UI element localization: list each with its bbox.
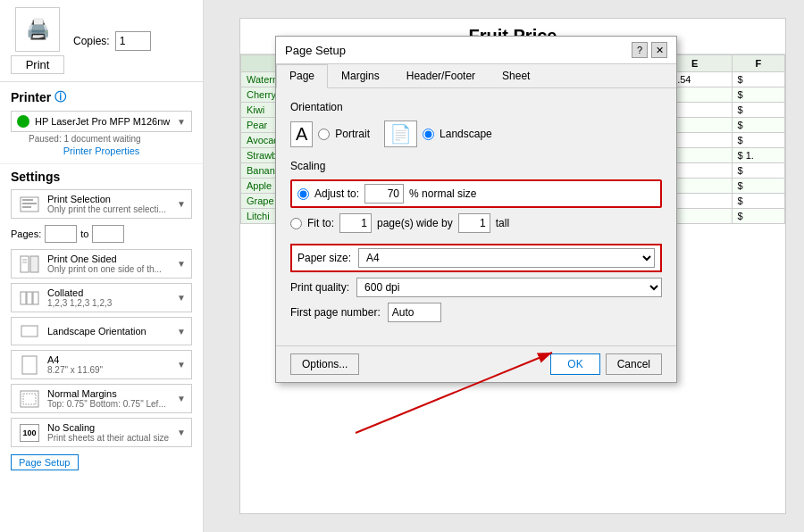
setting-print-selection-text: Print Selection Only print the current s… — [47, 194, 172, 214]
printer-status: Paused: 1 document waiting — [11, 134, 192, 144]
svg-rect-12 — [22, 356, 37, 374]
printer-properties-link[interactable]: Printer Properties — [11, 145, 192, 156]
first-page-label: First page number: — [290, 306, 381, 319]
svg-rect-1 — [22, 199, 33, 201]
setting-collated-text: Collated 1,2,3 1,2,3 1,2,3 — [47, 287, 172, 308]
landscape-icon — [17, 321, 42, 341]
setting-margins-arrow: ▼ — [177, 394, 186, 403]
tab-margins[interactable]: Margins — [328, 64, 393, 87]
portrait-radio[interactable] — [318, 129, 330, 140]
margins-icon — [17, 389, 42, 409]
landscape-option[interactable]: 📄 Landscape — [384, 121, 492, 147]
scaling-section: Scaling Adjust to: % normal size Fit to:… — [290, 160, 662, 233]
svg-rect-3 — [22, 206, 31, 208]
printer-selector[interactable]: HP LaserJet Pro MFP M126nw ▼ — [11, 111, 192, 132]
printer-icon: 🖨️ — [26, 18, 50, 41]
svg-rect-11 — [21, 326, 38, 337]
printer-section: Printer ⓘ HP LaserJet Pro MFP M126nw ▼ P… — [0, 82, 203, 164]
adjust-to-row: Adjust to: % normal size — [290, 179, 662, 208]
portrait-option[interactable]: A Portrait — [290, 121, 370, 147]
scaling-icon: 100 — [17, 423, 42, 443]
svg-rect-4 — [21, 256, 29, 272]
fit-pages-wide-input[interactable] — [339, 213, 372, 233]
settings-section: Settings Print Selection Only print the … — [0, 164, 203, 532]
dialog-titlebar: Page Setup ? ✕ — [276, 37, 676, 64]
setting-landscape-text: Landscape Orientation — [47, 326, 172, 337]
landscape-label: Landscape — [440, 128, 492, 140]
dialog-action-buttons: OK Cancel — [550, 353, 662, 375]
setting-margins[interactable]: Normal Margins Top: 0.75" Bottom: 0.75" … — [11, 384, 192, 413]
setting-one-sided-text: Print One Sided Only print on one side o… — [47, 254, 172, 274]
setting-scaling-text: No Scaling Print sheets at their actual … — [47, 422, 172, 443]
setting-scaling-arrow: ▼ — [177, 428, 186, 437]
tab-sheet[interactable]: Sheet — [489, 64, 543, 87]
paper-size-icon — [17, 355, 42, 375]
pages-from-input[interactable] — [45, 225, 77, 243]
setting-print-selection[interactable]: Print Selection Only print the current s… — [11, 189, 192, 219]
setting-scaling[interactable]: 100 No Scaling Print sheets at their act… — [11, 418, 192, 447]
dialog-footer: Options... OK Cancel — [276, 345, 676, 382]
first-page-row: First page number: — [290, 303, 662, 322]
left-panel: 🖨️ Print Copies: Printer ⓘ HP LaserJet P… — [0, 0, 204, 532]
setting-collated-arrow: ▼ — [177, 293, 186, 303]
setting-margins-text: Normal Margins Top: 0.75" Bottom: 0.75" … — [47, 388, 172, 409]
fit-to-row: Fit to: page(s) wide by tall — [290, 213, 662, 233]
settings-title: Settings — [11, 170, 192, 184]
print-quality-select[interactable]: 600 dpi 300 dpi — [356, 278, 662, 297]
print-button[interactable]: Print — [11, 55, 64, 74]
dialog-tabs: Page Margins Header/Footer Sheet — [276, 64, 676, 88]
dialog-overlay: Page Setup ? ✕ Page Margins Header/Foote… — [204, 0, 804, 532]
dialog-title: Page Setup — [285, 44, 346, 57]
svg-rect-8 — [21, 292, 26, 304]
setting-paper-size[interactable]: A4 8.27" x 11.69" ▼ — [11, 350, 192, 379]
print-icon-box: 🖨️ — [15, 7, 60, 52]
setting-collated[interactable]: Collated 1,2,3 1,2,3 1,2,3 ▼ — [11, 283, 192, 312]
portrait-label: Portrait — [335, 128, 370, 140]
dialog-close-button[interactable]: ✕ — [651, 42, 667, 58]
info-icon[interactable]: ⓘ — [54, 89, 66, 105]
ok-button[interactable]: OK — [550, 353, 599, 375]
setting-onesided-arrow: ▼ — [177, 259, 186, 269]
print-selection-icon — [17, 195, 42, 214]
fit-to-radio[interactable] — [290, 218, 302, 229]
landscape-radio[interactable] — [423, 129, 434, 140]
collated-icon — [17, 288, 42, 308]
print-quality-row: Print quality: 600 dpi 300 dpi — [290, 278, 662, 297]
adjust-to-label: Adjust to: — [314, 187, 359, 200]
pages-wide-label: page(s) wide by — [377, 217, 453, 229]
dialog-content: Orientation A Portrait 📄 Landscape — [276, 88, 676, 345]
copies-row: Copies: — [73, 31, 151, 51]
orientation-label: Orientation — [290, 101, 662, 113]
dialog-help-button[interactable]: ? — [632, 42, 648, 58]
options-button[interactable]: Options... — [290, 353, 359, 375]
printer-dropdown-arrow: ▼ — [177, 117, 186, 127]
cancel-button[interactable]: Cancel — [606, 353, 662, 375]
paper-size-select[interactable]: A4 Letter A3 — [358, 248, 655, 268]
portrait-icon: A — [290, 121, 313, 147]
svg-rect-2 — [22, 203, 37, 204]
setting-landscape[interactable]: Landscape Orientation ▼ — [11, 317, 192, 345]
fit-pages-tall-input[interactable] — [458, 213, 490, 233]
pages-tall-label: tall — [496, 217, 509, 229]
setting-paper-arrow: ▼ — [177, 360, 186, 370]
tab-header-footer[interactable]: Header/Footer — [393, 64, 489, 87]
svg-rect-10 — [33, 292, 38, 304]
orientation-row: A Portrait 📄 Landscape — [290, 121, 662, 147]
paper-size-label: Paper size: — [297, 252, 351, 264]
scale-value-input[interactable] — [364, 184, 404, 204]
copies-input[interactable] — [115, 31, 151, 51]
page-setup-button[interactable]: Page Setup — [11, 454, 79, 470]
setting-print-one-sided[interactable]: Print One Sided Only print on one side o… — [11, 249, 192, 278]
page-setup-dialog: Page Setup ? ✕ Page Margins Header/Foote… — [275, 36, 677, 383]
pages-to-input[interactable] — [92, 225, 124, 243]
svg-rect-5 — [30, 256, 38, 272]
setting-paper-text: A4 8.27" x 11.69" — [47, 354, 172, 375]
main-area: Fruit Price Fruit Name A B C D E F Water… — [204, 0, 804, 532]
first-page-input[interactable] — [388, 303, 441, 322]
tab-page[interactable]: Page — [276, 64, 328, 88]
fit-to-label: Fit to: — [307, 217, 334, 229]
svg-rect-9 — [27, 292, 32, 304]
setting-dropdown-arrow: ▼ — [177, 199, 186, 209]
adjust-to-radio[interactable] — [297, 188, 309, 200]
scaling-label: Scaling — [290, 160, 662, 172]
